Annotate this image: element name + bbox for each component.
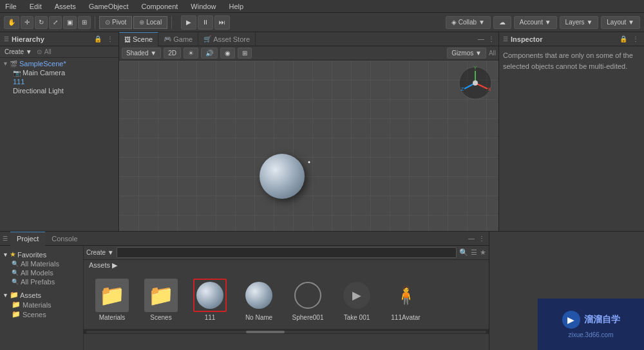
menu-window[interactable]: Window: [188, 3, 218, 10]
project-search-input[interactable]: [117, 247, 457, 258]
project-menu-button[interactable]: ⋮: [477, 235, 486, 242]
hierarchy-create-button[interactable]: Create ▼: [3, 48, 34, 56]
hierarchy-tab-bar: ☰ Hierarchy 🔒 ⋮: [0, 32, 118, 46]
assets-path-header: Assets ▶: [84, 260, 489, 271]
asset-sphere001[interactable]: Sphere001: [285, 276, 331, 324]
collab-button[interactable]: ◈ Collab ▼: [446, 16, 491, 29]
assets-grid: 📁 Materials 📁 Scenes: [84, 271, 489, 329]
layout-button[interactable]: Layout ▼: [601, 16, 640, 29]
materials-folder-icon: 📁: [12, 300, 21, 309]
rotate-tool-button[interactable]: ↻: [35, 16, 48, 29]
move-tool-button[interactable]: ✛: [21, 16, 33, 29]
pause-button[interactable]: ⏸: [198, 15, 213, 30]
gizmos-button[interactable]: Gizmos ▼: [447, 48, 486, 59]
sidebar-materials[interactable]: 📁 Materials: [0, 300, 83, 309]
hierarchy-item-directional-light[interactable]: Directional Light: [0, 86, 118, 95]
sphere001-label: Sphere001: [292, 314, 324, 321]
assets-path-label: Assets ▶: [89, 261, 117, 270]
hierarchy-scene-root[interactable]: ▼ 🎬 SampleScene*: [0, 59, 118, 68]
sidebar-all-models[interactable]: 🔍 All Models: [3, 268, 80, 277]
local-button[interactable]: ⊕ Local: [133, 16, 167, 29]
hierarchy-panel-controls: 🔒 ⋮: [93, 35, 115, 42]
asset-scenes[interactable]: 📁 Scenes: [138, 276, 184, 324]
aspect-toggle[interactable]: ⊞: [238, 48, 252, 59]
layers-button[interactable]: Layers ▼: [560, 16, 599, 29]
sidebar-all-prefabs[interactable]: 🔍 All Prefabs: [3, 277, 80, 286]
search-icon: 🔍: [12, 261, 19, 267]
scene-tab-asset-icon: 🛒: [204, 35, 211, 42]
play-button[interactable]: ▶: [181, 15, 196, 30]
gizmos-all-label: All: [489, 50, 496, 57]
menu-file[interactable]: File: [3, 3, 19, 10]
favorites-star-icon: ★: [10, 250, 16, 259]
asset-111[interactable]: 111: [187, 276, 233, 324]
menu-gameobject[interactable]: GameObject: [86, 3, 131, 10]
hand-tool-button[interactable]: ✋: [4, 16, 19, 29]
hierarchy-111-label: 111: [13, 78, 24, 86]
scene-tab-game-icon: 🎮: [164, 35, 171, 42]
project-tab-console[interactable]: Console: [45, 232, 84, 246]
account-button[interactable]: Account ▼: [514, 16, 557, 29]
transform-tool-button[interactable]: ⊞: [78, 16, 91, 29]
sound-toggle[interactable]: 🔊: [201, 48, 218, 59]
menu-component[interactable]: Component: [138, 3, 180, 10]
step-button[interactable]: ⏭: [214, 15, 230, 30]
menu-assets[interactable]: Assets: [52, 3, 79, 10]
sphere001-preview: [294, 282, 321, 309]
scene-tab-game[interactable]: 🎮 Game: [158, 32, 198, 46]
asset-noname[interactable]: No Name: [236, 276, 282, 324]
hierarchy-camera-label: Main Camera: [23, 69, 65, 77]
svg-text:Z: Z: [461, 86, 464, 92]
asset-avatar[interactable]: 🧍 111Avatar: [383, 276, 429, 324]
scale-tool-button[interactable]: ⤢: [49, 16, 62, 29]
cloud-button[interactable]: ☁: [493, 16, 511, 29]
scene-minimize-button[interactable]: —: [477, 35, 486, 42]
inspector-menu-button[interactable]: ⋮: [631, 35, 640, 42]
menu-edit[interactable]: Edit: [27, 3, 44, 10]
hierarchy-item-111[interactable]: 111: [0, 77, 118, 86]
inspector-tab-bar: ☰ Inspector 🔒 ⋮: [499, 32, 644, 46]
hierarchy-lock-button[interactable]: 🔒: [93, 35, 103, 42]
lighting-toggle[interactable]: ☀: [184, 48, 198, 59]
project-inner: ▼ ★ Favorites 🔍 All Materials 🔍 All Mode…: [0, 246, 489, 350]
scene-tab-asset-label: Asset Store: [213, 35, 250, 43]
hierarchy-menu-button[interactable]: ⋮: [106, 35, 115, 42]
scene-menu-button[interactable]: ⋮: [487, 35, 496, 42]
pivot-button[interactable]: ⊙ Pivot: [99, 16, 132, 29]
scene-sphere: [260, 154, 305, 199]
bottom-scrollbar: [84, 329, 489, 334]
console-tab-label: Console: [52, 235, 77, 243]
materials-thumb: 📁: [95, 279, 129, 312]
project-tab-controls: — ⋮: [467, 235, 489, 242]
project-toolbar: Create ▼ 🔍 ☰ ★: [84, 246, 489, 260]
project-minimize-button[interactable]: —: [467, 235, 476, 242]
favorites-header[interactable]: ▼ ★ Favorites: [3, 250, 80, 259]
menu-bar: File Edit Assets GameObject Component Wi…: [0, 0, 644, 13]
scene-tab-asset-store[interactable]: 🛒 Asset Store: [198, 32, 256, 46]
2d-toggle[interactable]: 2D: [164, 48, 181, 59]
svg-text:X: X: [488, 86, 491, 92]
rect-tool-button[interactable]: ▣: [63, 16, 77, 29]
shaded-dropdown[interactable]: Shaded ▼: [122, 48, 161, 59]
asset-materials[interactable]: 📁 Materials: [89, 276, 135, 324]
center-dot: [308, 161, 310, 163]
sidebar-all-materials[interactable]: 🔍 All Materials: [3, 259, 80, 268]
scenes-label: Scenes: [150, 314, 171, 321]
hierarchy-scene-name: SampleScene*: [19, 60, 66, 68]
inspector-panel-controls: 🔒 ⋮: [618, 35, 640, 42]
avatar-label: 111Avatar: [391, 314, 420, 321]
assets-header[interactable]: ▼ 📁 Assets: [0, 290, 83, 300]
asset-take001[interactable]: ▶ Take 001: [334, 276, 380, 324]
watermark: ▶ 溜溜自学 zixue.3d66.com: [538, 299, 644, 350]
effects-toggle[interactable]: ◉: [220, 48, 235, 59]
project-create-button[interactable]: Create ▼: [86, 249, 114, 256]
project-main: Create ▼ 🔍 ☰ ★ Assets ▶ 📁: [84, 246, 489, 350]
project-tab-project[interactable]: Project: [10, 232, 45, 246]
inspector-lock-button[interactable]: 🔒: [618, 35, 629, 42]
scene-tab-controls: — ⋮: [477, 35, 498, 42]
sidebar-scenes[interactable]: 📁 Scenes: [0, 309, 83, 319]
hierarchy-item-main-camera[interactable]: 📷 Main Camera: [0, 68, 118, 77]
inspector-content: Components that are only on some of the …: [499, 46, 644, 75]
scene-tab-scene[interactable]: 🖼 Scene: [119, 32, 158, 46]
menu-help[interactable]: Help: [226, 3, 246, 10]
